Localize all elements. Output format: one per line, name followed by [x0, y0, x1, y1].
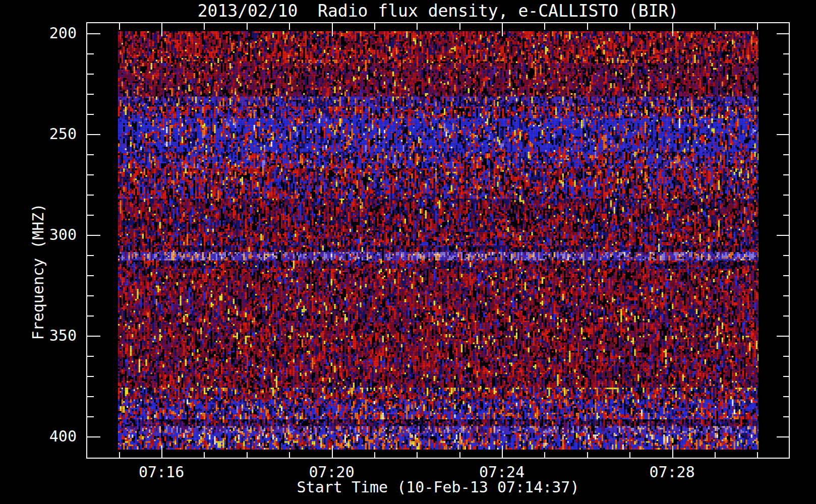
y-tick-mark [783, 154, 790, 155]
spectrogram-plot: 2013/02/10 Radio flux density, e-CALLIST… [0, 0, 816, 504]
x-tick-mark [247, 23, 248, 30]
x-tick-mark [247, 452, 248, 459]
y-tick-mark [87, 134, 100, 135]
y-tick-label: 400 [21, 428, 77, 445]
x-tick-mark [715, 452, 716, 459]
y-tick-mark [87, 396, 94, 397]
y-axis-title: Frequency (MHZ) [30, 148, 46, 395]
x-tick-mark [332, 23, 333, 36]
y-tick-mark [777, 33, 790, 34]
x-tick-mark [502, 23, 503, 36]
x-tick-mark [119, 23, 120, 30]
y-tick-mark [783, 255, 790, 256]
y-tick-mark [783, 316, 790, 317]
x-tick-mark [161, 446, 162, 459]
x-tick-label: 07:28 [637, 464, 708, 480]
y-tick-mark [87, 94, 94, 95]
x-tick-mark [417, 23, 418, 30]
y-tick-mark [783, 295, 790, 296]
y-tick-mark [87, 316, 94, 317]
x-tick-mark [672, 23, 673, 36]
y-tick-mark [783, 396, 790, 397]
x-tick-mark [119, 452, 120, 459]
y-tick-mark [87, 33, 100, 34]
y-tick-mark [87, 195, 94, 196]
y-tick-label: 200 [21, 25, 77, 41]
y-tick-mark [783, 215, 790, 216]
x-tick-label: 07:16 [126, 464, 197, 480]
y-tick-mark [783, 174, 790, 175]
x-tick-mark [289, 23, 290, 30]
x-tick-mark [204, 452, 205, 459]
y-tick-mark [777, 336, 790, 337]
x-axis-title: Start Time (10-Feb-13 07:14:37) [86, 479, 790, 495]
x-tick-mark [629, 23, 630, 30]
y-tick-mark [783, 53, 790, 54]
y-tick-mark [777, 436, 790, 437]
y-tick-mark [87, 436, 100, 437]
y-tick-mark [87, 275, 94, 276]
plot-frame [86, 22, 790, 459]
x-tick-mark [374, 452, 375, 459]
x-tick-mark [459, 452, 460, 459]
y-tick-mark [87, 416, 94, 417]
x-tick-mark [502, 446, 503, 459]
y-tick-mark [783, 275, 790, 276]
x-tick-mark [332, 446, 333, 459]
x-tick-mark [629, 452, 630, 459]
y-tick-mark [783, 416, 790, 417]
y-tick-label: 250 [21, 126, 77, 142]
x-tick-mark [289, 452, 290, 459]
x-tick-mark [587, 23, 588, 30]
y-tick-mark [783, 195, 790, 196]
y-tick-mark [87, 295, 94, 296]
x-tick-mark [544, 23, 545, 30]
x-tick-mark [161, 23, 162, 36]
y-tick-mark [87, 215, 94, 216]
y-tick-mark [783, 356, 790, 357]
y-tick-mark [777, 235, 790, 236]
y-tick-mark [87, 53, 94, 54]
y-tick-mark [87, 74, 94, 75]
x-tick-mark [417, 452, 418, 459]
x-tick-mark [459, 23, 460, 30]
y-tick-mark [783, 94, 790, 95]
x-tick-mark [544, 452, 545, 459]
y-tick-mark [87, 154, 94, 155]
y-tick-mark [87, 376, 94, 377]
x-tick-mark [374, 23, 375, 30]
y-tick-mark [87, 174, 94, 175]
x-tick-mark [587, 452, 588, 459]
x-tick-mark [672, 446, 673, 459]
y-tick-mark [87, 235, 100, 236]
y-tick-mark [783, 114, 790, 115]
y-tick-mark [783, 74, 790, 75]
y-tick-mark [87, 336, 100, 337]
x-tick-mark [757, 452, 758, 459]
y-tick-mark [87, 255, 94, 256]
y-tick-mark [87, 114, 94, 115]
x-tick-mark [757, 23, 758, 30]
y-tick-mark [777, 134, 790, 135]
x-tick-mark [204, 23, 205, 30]
y-tick-mark [87, 356, 94, 357]
y-tick-mark [783, 376, 790, 377]
x-tick-mark [715, 23, 716, 30]
chart-title: 2013/02/10 Radio flux density, e-CALLIST… [86, 2, 790, 20]
